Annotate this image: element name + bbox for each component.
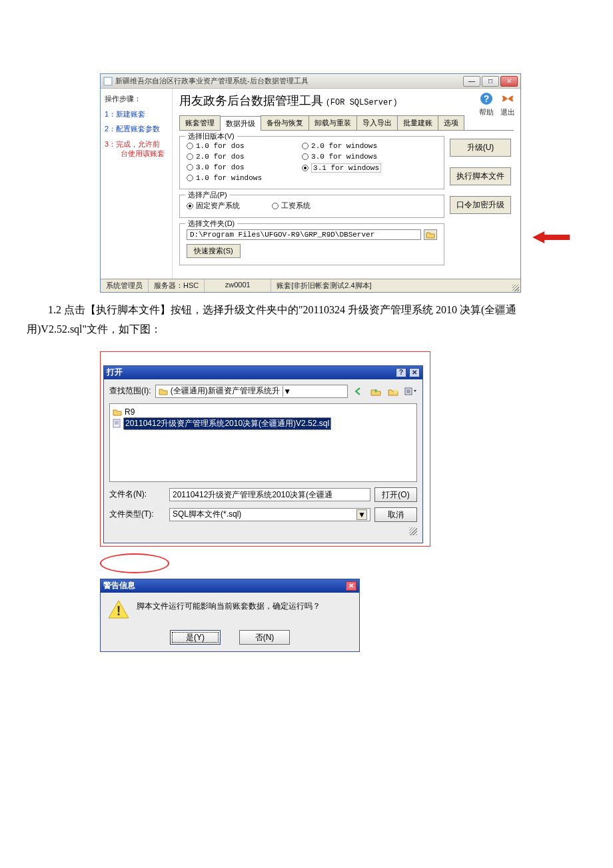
radio-v1win[interactable]: 1.0 for windows bbox=[187, 174, 262, 182]
tabs: 账套管理 数据升级 备份与恢复 卸载与重装 导入导出 批量建账 选项 bbox=[179, 115, 514, 131]
back-button[interactable] bbox=[352, 385, 365, 398]
step-link-3a[interactable]: 3：完成，允许前 bbox=[105, 139, 168, 149]
tab-upgrade[interactable]: 数据升级 bbox=[220, 116, 261, 131]
radio-v1dos[interactable]: 1.0 for dos bbox=[187, 142, 262, 150]
help-button[interactable]: ? 帮助 bbox=[479, 91, 494, 117]
file-list[interactable]: R9 20110412升级资产管理系统2010决算(全疆通用)V2.52.sql bbox=[109, 403, 417, 482]
radio-v2win[interactable]: 2.0 for windows bbox=[302, 142, 381, 150]
browse-button[interactable] bbox=[424, 229, 437, 240]
tab-options[interactable]: 选项 bbox=[438, 115, 464, 130]
filetype-dropdown[interactable]: SQL脚本文件(*.sql) ▼ bbox=[169, 508, 370, 521]
svg-rect-1 bbox=[105, 78, 111, 85]
list-item-folder[interactable]: R9 bbox=[113, 407, 414, 417]
folder-up-icon bbox=[370, 387, 381, 396]
close-button[interactable]: ✕ bbox=[500, 76, 518, 87]
group-product: 选择产品(P) 固定资产系统 工资系统 bbox=[179, 195, 444, 218]
chevron-down-icon: ▼ bbox=[356, 509, 367, 520]
tab-batch[interactable]: 批量建账 bbox=[397, 115, 438, 130]
svg-text:?: ? bbox=[484, 93, 490, 104]
status-user: 系统管理员 bbox=[101, 279, 149, 292]
group-folder-legend: 选择文件夹(D) bbox=[185, 219, 237, 229]
step-link-1[interactable]: 1：新建账套 bbox=[105, 109, 168, 119]
help-icon: ? bbox=[479, 91, 494, 106]
radio-v2dos[interactable]: 2.0 for dos bbox=[187, 153, 262, 161]
group-folder: 选择文件夹(D) D:\Program Files\UFGOV-R9\GRP_R… bbox=[179, 223, 444, 265]
exec-script-button[interactable]: 执行脚本文件 bbox=[450, 167, 511, 185]
chevron-down-icon: ▼ bbox=[283, 386, 292, 397]
group-version: 选择旧版本(V) 1.0 for dos 2.0 for dos 3.0 for… bbox=[179, 136, 444, 189]
page-subtitle: (FOR SQLServer) bbox=[326, 98, 398, 107]
tab-import[interactable]: 导入导出 bbox=[356, 115, 398, 130]
warning-titlebar: 警告信息 ✕ bbox=[101, 579, 359, 593]
svg-rect-6 bbox=[113, 419, 120, 427]
tab-account[interactable]: 账套管理 bbox=[179, 115, 221, 130]
body-paragraph: 1.2 点击【执行脚本文件】按钮，选择升级文件夹中的"20110324 升级资产… bbox=[27, 301, 586, 339]
status-server: 服务器：HSC bbox=[149, 279, 205, 292]
group-version-legend: 选择旧版本(V) bbox=[185, 131, 237, 141]
radio-product-salary[interactable]: 工资系统 bbox=[272, 201, 310, 211]
status-code: zw0001 bbox=[205, 279, 271, 292]
group-product-legend: 选择产品(P) bbox=[185, 190, 230, 200]
open-dialog-titlebar: 打开 ? ✕ bbox=[104, 366, 422, 379]
open-dialog: 打开 ? ✕ 查找范围(I): (全疆通用)新疆资产管理系统升 ▼ bbox=[103, 365, 423, 543]
new-folder-button[interactable] bbox=[386, 385, 400, 398]
main-window: 新疆维吾尔自治区行政事业资产管理系统-后台数据管理工具 — □ ✕ 操作步骤： … bbox=[100, 73, 521, 293]
step-link-2[interactable]: 2：配置账套参数 bbox=[105, 124, 168, 133]
folder-open-icon bbox=[159, 387, 168, 395]
resize-grip-icon[interactable] bbox=[511, 279, 520, 292]
open-button[interactable]: 打开(O) bbox=[374, 487, 417, 502]
window-title: 新疆维吾尔自治区行政事业资产管理系统-后台数据管理工具 bbox=[115, 76, 463, 86]
help-button[interactable]: ? bbox=[396, 368, 406, 377]
svg-marker-4 bbox=[532, 231, 570, 243]
filetype-label: 文件类型(T): bbox=[109, 509, 165, 520]
warning-title: 警告信息 bbox=[103, 580, 346, 591]
steps-heading: 操作步骤： bbox=[105, 94, 168, 104]
warning-icon: ! bbox=[107, 599, 130, 619]
maximize-button[interactable]: □ bbox=[482, 76, 499, 87]
warning-dialog: 警告信息 ✕ ! 脚本文件运行可能影响当前账套数据，确定运行吗？ 是(Y) 否(… bbox=[100, 579, 360, 652]
folder-path-input[interactable]: D:\Program Files\UFGOV-R9\GRP_R9D\DBServ… bbox=[187, 229, 421, 240]
arrow-left-icon bbox=[353, 387, 364, 396]
radio-v3dos[interactable]: 3.0 for dos bbox=[187, 163, 262, 171]
status-bar: 系统管理员 服务器：HSC zw0001 账套[非折旧帐套测试2.4脚本] bbox=[101, 279, 520, 292]
radio-v31win[interactable]: 3.1 for windows bbox=[302, 163, 381, 173]
page-title: 用友政务后台数据管理工具 bbox=[179, 94, 323, 107]
annotation-arrow bbox=[532, 230, 570, 245]
exit-button[interactable]: 退出 bbox=[500, 91, 515, 117]
toolbar-right: ? 帮助 退出 bbox=[479, 91, 515, 117]
steps-sidebar: 操作步骤： 1：新建账套 2：配置账套参数 3：完成，允许前 台使用该账套 bbox=[101, 89, 173, 279]
tab-backup[interactable]: 备份与恢复 bbox=[261, 115, 309, 130]
folder-icon bbox=[113, 408, 122, 416]
radio-v3win[interactable]: 3.0 for windows bbox=[302, 153, 381, 161]
quick-search-button[interactable]: 快速搜索(S) bbox=[187, 244, 241, 258]
yes-button[interactable]: 是(Y) bbox=[170, 630, 221, 645]
folder-new-icon bbox=[388, 387, 398, 396]
cancel-button[interactable]: 取消 bbox=[374, 507, 417, 522]
svg-text:!: ! bbox=[117, 603, 121, 618]
close-button[interactable]: ✕ bbox=[346, 581, 356, 591]
sql-file-icon bbox=[113, 419, 121, 428]
open-dialog-frame: 打开 ? ✕ 查找范围(I): (全疆通用)新疆资产管理系统升 ▼ bbox=[100, 351, 430, 547]
lookin-dropdown[interactable]: (全疆通用)新疆资产管理系统升 ▼ bbox=[155, 385, 348, 398]
pwd-encrypt-button[interactable]: 口令加密升级 bbox=[450, 196, 511, 214]
resize-grip-icon[interactable] bbox=[409, 527, 417, 535]
titlebar: 新疆维吾尔自治区行政事业资产管理系统-后台数据管理工具 — □ ✕ bbox=[101, 74, 520, 89]
filename-label: 文件名(N): bbox=[109, 489, 165, 500]
open-dialog-title: 打开 bbox=[107, 367, 396, 378]
close-button[interactable]: ✕ bbox=[409, 368, 420, 377]
status-account: 账套[非折旧帐套测试2.4脚本] bbox=[271, 279, 511, 292]
view-menu-button[interactable] bbox=[404, 385, 417, 398]
radio-product-asset[interactable]: 固定资产系统 bbox=[187, 201, 240, 211]
filename-input[interactable]: 20110412升级资产管理系统2010决算(全疆通 bbox=[169, 488, 370, 501]
app-icon bbox=[103, 77, 113, 86]
step-link-3b[interactable]: 台使用该账套 bbox=[105, 149, 168, 158]
tab-uninstall[interactable]: 卸载与重装 bbox=[308, 115, 357, 130]
upgrade-button[interactable]: 升级(U) bbox=[450, 139, 511, 157]
folder-open-icon bbox=[426, 231, 435, 239]
list-view-icon bbox=[404, 387, 416, 396]
minimize-button[interactable]: — bbox=[463, 76, 480, 87]
butterfly-icon bbox=[500, 91, 515, 106]
up-folder-button[interactable] bbox=[369, 385, 382, 398]
list-item-file[interactable]: 20110412升级资产管理系统2010决算(全疆通用)V2.52.sql bbox=[113, 417, 414, 430]
no-button[interactable]: 否(N) bbox=[239, 630, 290, 645]
